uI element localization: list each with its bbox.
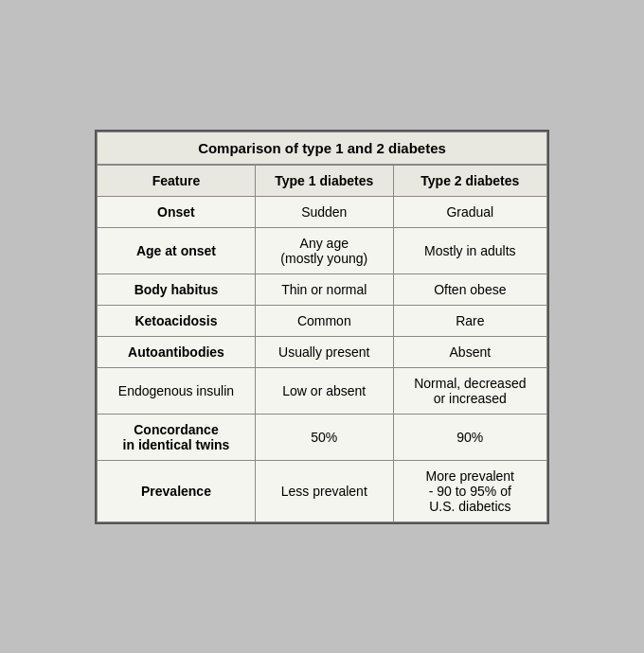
header-type2: Type 2 diabetes — [393, 165, 546, 197]
table-row: KetoacidosisCommonRare — [98, 305, 547, 336]
type2-cell: Often obese — [393, 274, 546, 305]
table-row: PrevalenceLess prevalentMore prevalent- … — [98, 460, 547, 521]
table-title-row: Comparison of type 1 and 2 diabetes — [98, 132, 547, 165]
feature-cell: Concordancein identical twins — [98, 414, 256, 460]
table-header-row: Feature Type 1 diabetes Type 2 diabetes — [98, 165, 547, 197]
type2-cell: Gradual — [393, 196, 546, 227]
feature-cell: Autoantibodies — [98, 336, 256, 367]
header-type1: Type 1 diabetes — [255, 165, 393, 197]
type1-cell: 50% — [255, 414, 393, 460]
feature-cell: Endogenous insulin — [98, 367, 256, 414]
type2-cell: 90% — [393, 414, 546, 460]
feature-cell: Body habitus — [98, 274, 256, 305]
type1-cell: Sudden — [255, 196, 393, 227]
table-row: Concordancein identical twins50%90% — [98, 414, 547, 460]
table-row: Body habitusThin or normalOften obese — [98, 274, 547, 305]
type1-cell: Any age(mostly young) — [255, 227, 393, 274]
header-feature: Feature — [98, 165, 256, 197]
feature-cell: Ketoacidosis — [98, 305, 256, 336]
table-row: AutoantibodiesUsually presentAbsent — [98, 336, 547, 367]
type1-cell: Low or absent — [255, 367, 393, 414]
table-row: Age at onsetAny age(mostly young)Mostly … — [98, 227, 547, 274]
feature-cell: Age at onset — [98, 227, 256, 274]
comparison-table: Comparison of type 1 and 2 diabetes Feat… — [95, 130, 549, 524]
type2-cell: Normal, decreasedor increased — [393, 367, 546, 414]
type2-cell: More prevalent- 90 to 95% ofU.S. diabeti… — [393, 460, 546, 521]
table-title: Comparison of type 1 and 2 diabetes — [98, 132, 547, 165]
feature-cell: Prevalence — [98, 460, 256, 521]
table-row: OnsetSuddenGradual — [98, 196, 547, 227]
type2-cell: Absent — [393, 336, 546, 367]
type1-cell: Less prevalent — [255, 460, 393, 521]
type1-cell: Usually present — [255, 336, 393, 367]
table-row: Endogenous insulinLow or absentNormal, d… — [98, 367, 547, 414]
feature-cell: Onset — [98, 196, 256, 227]
type1-cell: Common — [255, 305, 393, 336]
type1-cell: Thin or normal — [255, 274, 393, 305]
type2-cell: Mostly in adults — [393, 227, 546, 274]
type2-cell: Rare — [393, 305, 546, 336]
